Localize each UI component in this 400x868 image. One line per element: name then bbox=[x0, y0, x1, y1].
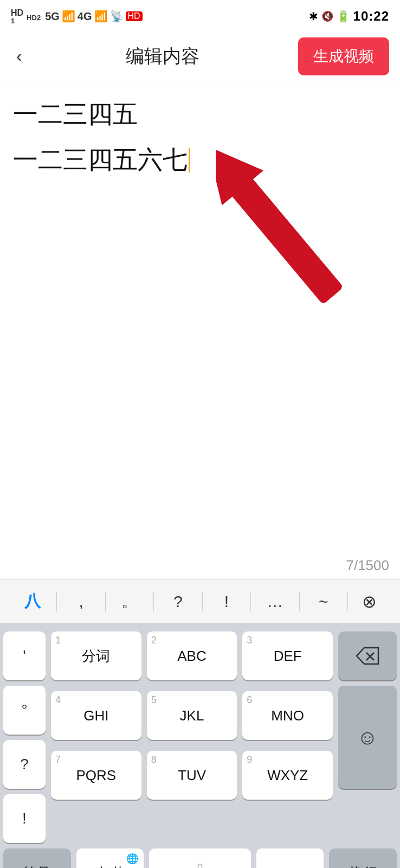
key-mno[interactable]: 6 MNO bbox=[242, 691, 333, 740]
editor-line-2: 一二三四五六七 bbox=[13, 142, 387, 177]
key-space[interactable]: 0 bbox=[149, 848, 250, 868]
content-wrapper: 一二三四五 一二三四五六七 7/1500 bbox=[0, 80, 400, 579]
key-row-1: 1 分词 2 ABC 3 DEF bbox=[51, 631, 333, 680]
key-lang-switch[interactable]: 🌐 中/英 bbox=[76, 848, 144, 868]
left-special-col: ' ° ? ! bbox=[3, 631, 46, 843]
keyboard-row-1: ' ° ? ! 1 分词 2 ABC 3 DEF bbox=[0, 627, 400, 843]
main-key-grid: 1 分词 2 ABC 3 DEF 4 GHI 5 bbox=[51, 631, 333, 843]
keyboard-bottom-row: 符号 🌐 中/英 0 123 换行 bbox=[0, 848, 400, 868]
wifi-icon: 📡 bbox=[110, 10, 124, 23]
5g-icon: 5G bbox=[45, 10, 60, 23]
key-abc[interactable]: 2 ABC bbox=[147, 631, 237, 680]
key-tuv[interactable]: 8 TUV bbox=[147, 751, 237, 800]
pred-item-3[interactable]: 。 bbox=[106, 585, 153, 618]
battery-icon: 🔋 bbox=[337, 10, 350, 23]
nfc-icon: HD bbox=[126, 11, 143, 21]
key-pqrs[interactable]: 7 PQRS bbox=[51, 751, 141, 800]
status-signals: HD1 HDHD2 5G 📶 4G 📶 📡 HD bbox=[11, 9, 143, 24]
key-def[interactable]: 3 DEF bbox=[242, 631, 333, 680]
key-row-2: 4 GHI 5 JKL 6 MNO bbox=[51, 691, 333, 740]
key-question[interactable]: ? bbox=[3, 740, 46, 789]
pred-item-2[interactable]: , bbox=[57, 587, 105, 616]
pred-item-6[interactable]: … bbox=[251, 587, 299, 616]
key-123[interactable]: 123 bbox=[256, 848, 324, 868]
page-title: 编辑内容 bbox=[126, 44, 199, 69]
key-wxyz[interactable]: 9 WXYZ bbox=[242, 751, 333, 800]
hd2-icon: HDHD2 bbox=[27, 12, 41, 21]
generate-video-button[interactable]: 生成视频 bbox=[298, 37, 389, 75]
status-right-icons: ✱ 🔇 🔋 10:22 bbox=[309, 9, 389, 24]
space-num: 0 bbox=[197, 862, 203, 869]
char-count: 7/1500 bbox=[346, 557, 389, 574]
pred-item-7[interactable]: ~ bbox=[300, 587, 347, 616]
key-fenwei[interactable]: 1 分词 bbox=[51, 631, 141, 680]
globe-icon: 🌐 bbox=[126, 853, 138, 865]
key-row-3: 7 PQRS 8 TUV 9 WXYZ bbox=[51, 751, 333, 800]
mute-icon: 🔇 bbox=[321, 10, 333, 22]
key-jkl[interactable]: 5 JKL bbox=[147, 691, 237, 740]
pred-item-5[interactable]: ! bbox=[203, 587, 250, 616]
key-symbol[interactable]: 符号 bbox=[3, 848, 71, 868]
pred-item-4[interactable]: ? bbox=[154, 587, 202, 616]
key-ghi[interactable]: 4 GHI bbox=[51, 691, 141, 740]
text-cursor bbox=[189, 148, 190, 173]
editor-line-1: 一二三四五 bbox=[13, 97, 387, 131]
emoji-key[interactable]: ☺ bbox=[338, 686, 397, 789]
pred-item-1[interactable]: 八 bbox=[9, 585, 56, 618]
hd1-icon: HD1 bbox=[11, 9, 23, 24]
key-newline[interactable]: 换行 bbox=[329, 848, 397, 868]
editor-area[interactable]: 一二三四五 一二三四五六七 bbox=[0, 80, 400, 579]
signal-bars2-icon: 📶 bbox=[94, 10, 108, 23]
key-apostrophe[interactable]: ' bbox=[3, 631, 46, 680]
keyboard: ' ° ? ! 1 分词 2 ABC 3 DEF bbox=[0, 623, 400, 868]
backspace-key[interactable] bbox=[338, 631, 397, 680]
status-bar: HD1 HDHD2 5G 📶 4G 📶 📡 HD ✱ 🔇 🔋 10:22 bbox=[0, 0, 400, 33]
status-time: 10:22 bbox=[353, 9, 389, 24]
key-exclaim[interactable]: ! bbox=[3, 794, 46, 843]
4g-icon: 4G bbox=[78, 10, 92, 23]
back-button[interactable]: ‹ bbox=[11, 41, 28, 72]
bluetooth-icon: ✱ bbox=[309, 10, 318, 23]
key-degree[interactable]: ° bbox=[3, 686, 46, 735]
nav-bar: ‹ 编辑内容 生成视频 bbox=[0, 33, 400, 80]
signal-bars-icon: 📶 bbox=[62, 10, 75, 23]
right-special-col: ☺ bbox=[338, 631, 397, 843]
svg-rect-0 bbox=[225, 171, 344, 305]
pred-delete-button[interactable]: ⊗ bbox=[348, 591, 391, 612]
prediction-bar: 八 , 。 ? ! … ~ ⊗ bbox=[0, 579, 400, 623]
